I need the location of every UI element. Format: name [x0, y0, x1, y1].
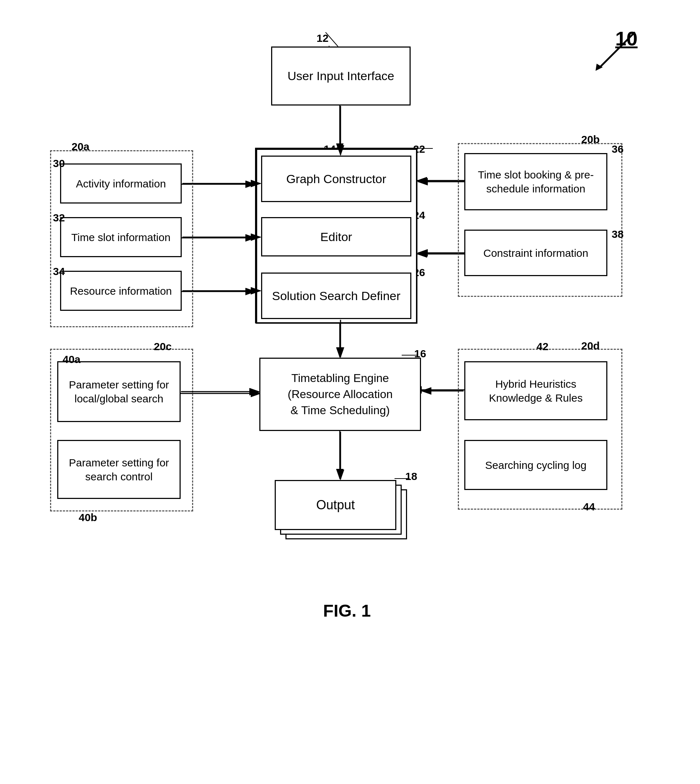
- ref-44: 44: [583, 501, 595, 513]
- ref-30: 30: [53, 157, 65, 170]
- ref-20c: 20c: [154, 341, 172, 353]
- svg-line-18: [325, 32, 338, 47]
- ref-38: 38: [612, 228, 623, 240]
- graph-constructor-box: Graph Constructor: [261, 156, 411, 202]
- ref-20d: 20d: [581, 340, 600, 352]
- searching-cycling-box: Searching cycling log: [464, 440, 607, 490]
- output-box: Output: [275, 480, 396, 530]
- resource-info-box: Resource information: [60, 271, 182, 311]
- ref-20b: 20b: [581, 133, 600, 146]
- editor-box: Editor: [261, 217, 411, 256]
- activity-info-box: Activity information: [60, 163, 182, 203]
- ref-34: 34: [53, 265, 65, 278]
- ref-10-arrow: [580, 25, 651, 90]
- ref-32: 32: [53, 212, 65, 224]
- ref-40b: 40b: [79, 511, 97, 524]
- svg-line-16: [599, 32, 635, 68]
- param-local-global-box: Parameter setting for local/global searc…: [57, 361, 181, 422]
- ref-42: 42: [537, 341, 548, 353]
- constraint-info-box: Constraint information: [464, 230, 607, 276]
- ref-20a: 20a: [72, 141, 89, 153]
- ref-40a: 40a: [63, 353, 80, 366]
- figure-label: FIG. 1: [293, 601, 401, 621]
- timetabling-engine-box: Timetabling Engine (Resource Allocation …: [259, 358, 421, 431]
- solution-search-box: Solution Search Definer: [261, 273, 411, 319]
- time-slot-info-box: Time slot information: [60, 217, 182, 257]
- hybrid-heuristics-box: Hybrid Heuristics Knowledge & Rules: [464, 361, 607, 420]
- user-input-box: User Input Interface: [271, 47, 411, 105]
- time-slot-booking-box: Time slot booking & pre-schedule informa…: [464, 153, 607, 210]
- param-search-control-box: Parameter setting for search control: [57, 440, 181, 499]
- ref-36: 36: [612, 143, 623, 155]
- diagram-container: 10 User Input Interface 12 22 Graph Cons…: [0, 0, 700, 784]
